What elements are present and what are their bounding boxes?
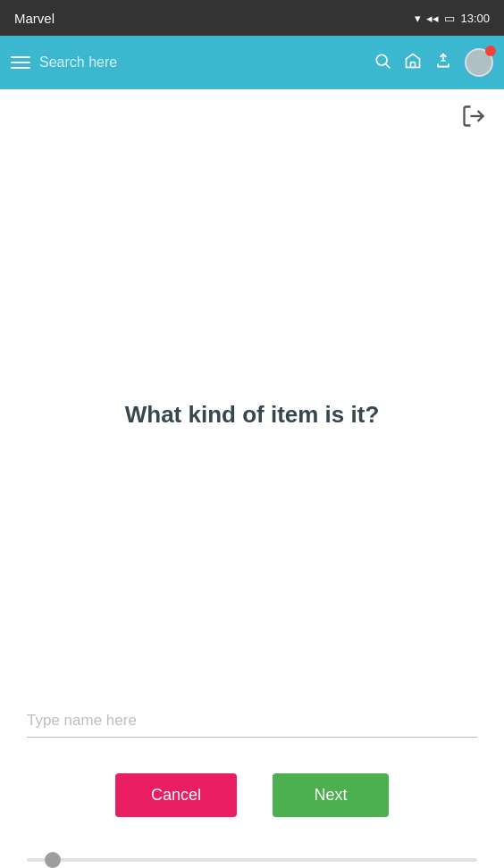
- input-section: [0, 705, 504, 755]
- search-wrapper: [39, 54, 365, 71]
- question-title: What kind of item is it?: [125, 400, 380, 430]
- notification-badge: [485, 46, 496, 56]
- home-icon[interactable]: [404, 52, 422, 74]
- item-name-input[interactable]: [27, 705, 477, 738]
- buttons-section: Cancel Next: [0, 755, 504, 844]
- question-section: What kind of item is it?: [0, 89, 504, 705]
- main-content: What kind of item is it?: [0, 89, 504, 755]
- exit-button[interactable]: [461, 104, 486, 132]
- appbar-icons: [374, 48, 493, 77]
- status-icons: ▾ ◂◂ ▭ 13:00: [415, 12, 490, 25]
- svg-line-1: [386, 63, 391, 68]
- progress-area: [0, 844, 504, 868]
- signal-icon: ◂◂: [426, 12, 439, 25]
- app-bar: [0, 36, 504, 89]
- app-title: Marvel: [14, 11, 55, 26]
- battery-icon: ▭: [444, 12, 455, 25]
- search-input[interactable]: [39, 54, 365, 71]
- time-display: 13:00: [460, 12, 490, 25]
- search-icon[interactable]: [374, 52, 391, 74]
- wifi-icon: ▾: [415, 12, 421, 25]
- share-icon[interactable]: [434, 52, 452, 74]
- progress-track: [27, 858, 477, 862]
- svg-rect-2: [411, 62, 416, 67]
- svg-point-0: [376, 54, 387, 65]
- progress-thumb: [45, 852, 61, 868]
- status-bar: Marvel ▾ ◂◂ ▭ 13:00: [0, 0, 504, 36]
- menu-icon[interactable]: [11, 56, 30, 69]
- avatar[interactable]: [465, 48, 493, 77]
- cancel-button[interactable]: Cancel: [115, 773, 237, 817]
- next-button[interactable]: Next: [273, 773, 389, 817]
